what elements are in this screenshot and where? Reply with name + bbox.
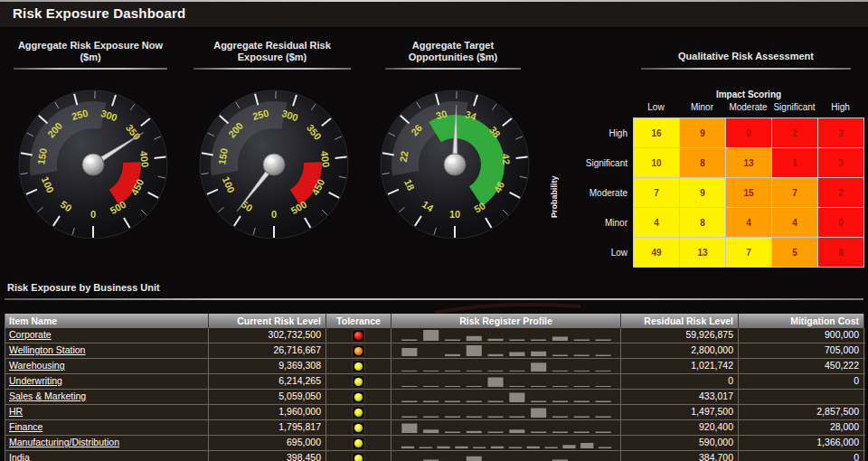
title-underline bbox=[14, 68, 167, 70]
tolerance-cell bbox=[326, 328, 392, 343]
risk-cell-minor-significant: 4 bbox=[772, 208, 817, 237]
tolerance-yellow-light-icon bbox=[354, 409, 363, 417]
gauge-title-line-2: Opportunities ($m) bbox=[373, 52, 533, 63]
risk-cell-minor-low: 4 bbox=[634, 208, 679, 237]
item-link-manufacturing-distribution[interactable]: Manufacturing/Distribution bbox=[9, 437, 119, 447]
risk-cell-high-moderate: 0 bbox=[726, 118, 771, 147]
residual-risk-cell: 384,700 bbox=[621, 451, 739, 461]
gauge-title-line-2: ($m) bbox=[7, 52, 174, 63]
item-link-corporate[interactable]: Corporate bbox=[9, 329, 52, 340]
qualitative-title-text: Qualitative Risk Assessment bbox=[624, 51, 868, 62]
column-header-item-name: Item Name bbox=[5, 314, 209, 328]
svg-text:400: 400 bbox=[319, 150, 332, 168]
item-link-sales-marketing[interactable]: Sales & Marketing bbox=[9, 390, 86, 401]
tolerance-cell bbox=[326, 374, 392, 389]
svg-text:22: 22 bbox=[398, 150, 410, 163]
gauge-aggregate-target-opportunities: 1014182226303438424650 bbox=[369, 89, 541, 239]
item-link-hr[interactable]: HR bbox=[9, 406, 23, 417]
risk-profile-sparkline bbox=[395, 343, 618, 357]
residual-risk-cell: 433,017 bbox=[621, 390, 739, 404]
item-link-finance[interactable]: Finance bbox=[9, 421, 42, 432]
tolerance-indicator-box bbox=[352, 452, 365, 461]
mitigation-cost-cell: 900,000 bbox=[739, 328, 864, 343]
mitigation-cost-cell: 2,857,500 bbox=[739, 405, 864, 419]
item-link-warehousing[interactable]: Warehousing bbox=[9, 360, 64, 371]
tolerance-cell bbox=[326, 405, 392, 419]
matrix-column-headers: LowMinorModerateSignificantHigh bbox=[633, 102, 864, 112]
risk-cell-significant-low: 10 bbox=[634, 148, 679, 177]
table-row-sales-marketing: Sales & Marketing5,059,050433,017 bbox=[5, 390, 865, 405]
column-header-risk-register-profile: Risk Register Profile bbox=[392, 314, 621, 328]
tolerance-cell bbox=[326, 343, 392, 358]
table-row-manufacturing-distribution: Manufacturing/Distribution695,000590,000… bbox=[5, 436, 865, 451]
risk-profile-cell bbox=[392, 420, 621, 435]
risk-cell-low-minor: 13 bbox=[680, 238, 725, 267]
item-name-cell: Warehousing bbox=[5, 359, 209, 373]
risk-profile-sparkline bbox=[395, 374, 618, 388]
tolerance-cell bbox=[326, 451, 392, 461]
impact-column-header-moderate: Moderate bbox=[725, 102, 771, 112]
title-underline bbox=[641, 68, 851, 70]
risk-cell-minor-high: 0 bbox=[818, 208, 863, 237]
tolerance-yellow-light-icon bbox=[354, 393, 363, 401]
current-risk-cell: 26,716,667 bbox=[209, 343, 326, 358]
gauge-title-line-1: Aggregate Target bbox=[373, 40, 533, 52]
risk-cell-significant-moderate: 13 bbox=[726, 148, 771, 177]
page-title: Risk Exposure Dashboard bbox=[13, 5, 185, 21]
residual-risk-cell: 1,497,500 bbox=[621, 405, 739, 419]
svg-text:0: 0 bbox=[90, 209, 96, 220]
item-link-wellington-station[interactable]: Wellington Station bbox=[9, 344, 85, 355]
risk-cell-high-low: 16 bbox=[634, 118, 679, 147]
title-underline bbox=[193, 68, 351, 70]
probability-row-label-moderate: Moderate bbox=[570, 178, 627, 208]
gauge-title-residual-risk: Aggregate Residual Risk Exposure ($m) bbox=[186, 40, 358, 70]
impact-column-header-minor: Minor bbox=[679, 102, 725, 112]
current-risk-cell: 9,369,308 bbox=[209, 359, 326, 373]
tolerance-indicator-box bbox=[352, 329, 365, 343]
risk-cell-moderate-high: 2 bbox=[818, 178, 863, 207]
title-underline bbox=[385, 68, 521, 70]
item-link-underwriting[interactable]: Underwriting bbox=[9, 375, 62, 386]
gauge-title-line-2: Exposure ($m) bbox=[186, 52, 358, 63]
risk-cell-high-significant: 2 bbox=[772, 118, 817, 147]
tolerance-cell bbox=[326, 390, 392, 404]
table-row-corporate: Corporate302,732,50059,926,875900,000 bbox=[5, 328, 865, 343]
residual-risk-cell: 0 bbox=[621, 374, 739, 389]
risk-profile-cell bbox=[392, 405, 621, 419]
current-risk-cell: 1,960,000 bbox=[209, 405, 326, 419]
svg-text:0: 0 bbox=[271, 209, 277, 220]
risk-cell-significant-high: 3 bbox=[818, 148, 863, 177]
table-body: Corporate302,732,50059,926,875900,000Wel… bbox=[5, 328, 865, 461]
probability-row-label-minor: Minor bbox=[570, 208, 627, 238]
risk-profile-sparkline bbox=[395, 420, 618, 434]
residual-risk-cell: 1,021,742 bbox=[621, 359, 739, 373]
mitigation-cost-cell: 0 bbox=[739, 374, 864, 389]
gauge-dial: 1014182226303438424650 bbox=[369, 89, 541, 239]
gauge-title-line-1: Aggregate Residual Risk bbox=[186, 40, 358, 52]
item-link-india[interactable]: India bbox=[9, 452, 30, 461]
risk-matrix-grid: 1690231081313791572484404913758 bbox=[633, 118, 864, 268]
item-name-cell: Wellington Station bbox=[5, 343, 209, 358]
column-header-current-risk-level: Current Risk Level bbox=[209, 314, 326, 328]
table-row-hr: HR1,960,0001,497,5002,857,500 bbox=[5, 405, 865, 420]
mitigation-cost-cell: 1,366,000 bbox=[739, 436, 864, 450]
risk-cell-minor-moderate: 4 bbox=[726, 208, 771, 237]
item-name-cell: Underwriting bbox=[5, 374, 209, 389]
column-header-residual-risk-level: Residual Risk Level bbox=[621, 314, 739, 328]
probability-row-label-significant: Significant bbox=[570, 148, 627, 178]
svg-text:42: 42 bbox=[500, 153, 512, 165]
residual-risk-cell: 2,800,000 bbox=[621, 343, 739, 358]
risk-cell-low-significant: 5 bbox=[772, 238, 817, 267]
tolerance-indicator-box bbox=[352, 437, 365, 450]
gauge-title-risk-exposure-now: Aggregate Risk Exposure Now ($m) bbox=[7, 40, 174, 70]
risk-profile-sparkline bbox=[395, 436, 618, 449]
risk-cell-high-minor: 9 bbox=[680, 118, 725, 147]
risk-cell-significant-significant: 1 bbox=[772, 148, 817, 177]
risk-profile-sparkline bbox=[395, 451, 618, 461]
gauge-aggregate-residual-risk-exposure: 050100150200250300350400450500 bbox=[188, 89, 360, 239]
table-row-wellington-station: Wellington Station26,716,6672,800,000705… bbox=[5, 343, 865, 359]
residual-risk-cell: 590,000 bbox=[621, 436, 739, 450]
column-header-mitigation-cost: Mitigation Cost bbox=[739, 314, 864, 328]
current-risk-cell: 398,450 bbox=[209, 451, 326, 461]
tolerance-orange-light-icon bbox=[354, 347, 363, 355]
